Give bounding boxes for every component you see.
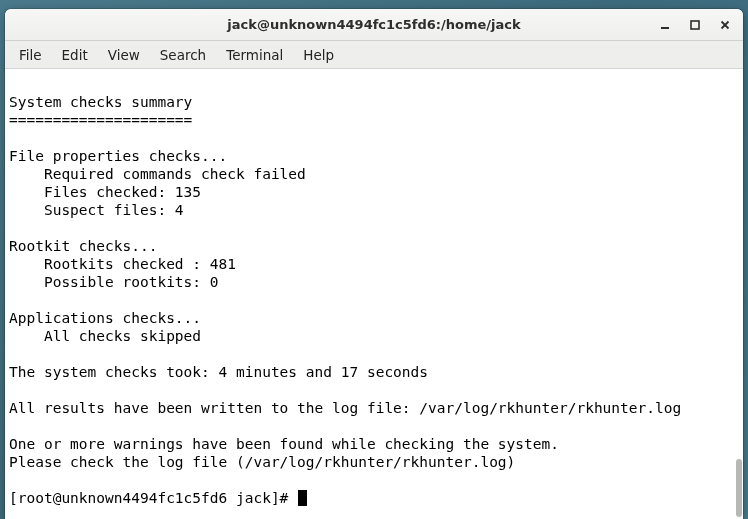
close-button[interactable] [711, 13, 739, 37]
window-controls [651, 9, 739, 40]
menu-terminal[interactable]: Terminal [216, 41, 293, 68]
menu-view[interactable]: View [98, 41, 150, 68]
maximize-button[interactable] [681, 13, 709, 37]
menu-help[interactable]: Help [293, 41, 344, 68]
svg-rect-1 [691, 21, 699, 29]
output-text: System checks summary ==================… [9, 94, 681, 470]
svg-rect-0 [661, 27, 669, 29]
scrollbar[interactable] [735, 69, 743, 519]
minimize-icon [659, 19, 671, 31]
titlebar: jack@unknown4494fc1c5fd6:/home/jack [5, 9, 743, 41]
menubar: File Edit View Search Terminal Help [5, 41, 743, 69]
cursor-icon [298, 490, 307, 506]
menu-file[interactable]: File [9, 41, 52, 68]
menu-search[interactable]: Search [150, 41, 216, 68]
minimize-button[interactable] [651, 13, 679, 37]
terminal-viewport[interactable]: System checks summary ==================… [5, 69, 743, 519]
scroll-thumb[interactable] [736, 459, 742, 517]
terminal-output[interactable]: System checks summary ==================… [5, 69, 735, 519]
menu-edit[interactable]: Edit [52, 41, 98, 68]
window-title: jack@unknown4494fc1c5fd6:/home/jack [5, 17, 743, 32]
maximize-icon [689, 19, 701, 31]
shell-prompt: [root@unknown4494fc1c5fd6 jack]# [9, 489, 297, 507]
terminal-window: jack@unknown4494fc1c5fd6:/home/jack Fil [5, 9, 743, 519]
close-icon [719, 19, 731, 31]
